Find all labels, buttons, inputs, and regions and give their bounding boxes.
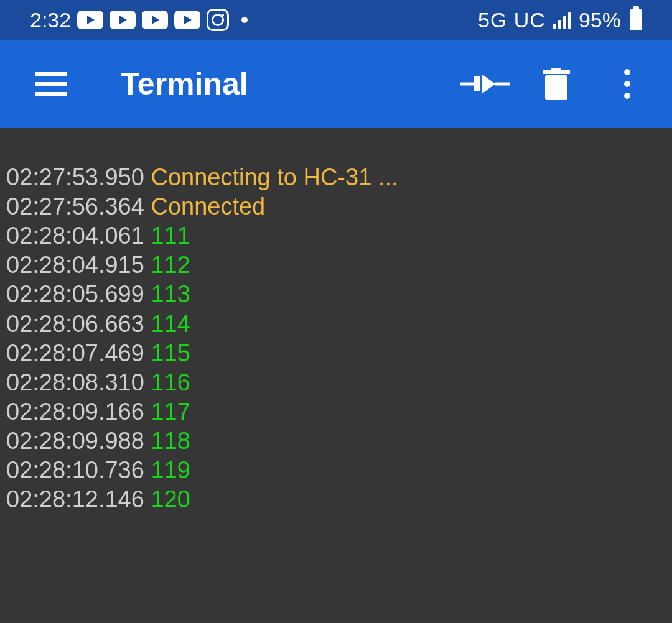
status-bar: 2:32 5G UC 95% <box>0 0 672 40</box>
log-status-message: Connected <box>151 193 265 219</box>
log-timestamp: 02:28:08.310 <box>6 369 151 395</box>
youtube-icon <box>174 11 200 29</box>
svg-rect-8 <box>545 75 567 100</box>
trash-icon <box>543 68 570 100</box>
status-right: 5G UC 95% <box>478 8 642 32</box>
log-timestamp: 02:27:53.950 <box>6 164 151 190</box>
log-data-message: 116 <box>151 369 190 395</box>
log-timestamp: 02:28:12.146 <box>6 486 151 512</box>
svg-marker-6 <box>482 74 495 94</box>
svg-marker-3 <box>184 16 192 24</box>
log-line: 02:28:04.061 111 <box>6 221 666 251</box>
log-timestamp: 02:28:04.915 <box>6 252 151 278</box>
overflow-dot-icon <box>241 17 248 23</box>
log-data-message: 114 <box>151 311 190 337</box>
svg-rect-5 <box>474 76 480 91</box>
log-line: 02:27:53.950 Connecting to HC-31 ... <box>6 163 666 192</box>
log-timestamp: 02:28:05.699 <box>6 281 151 307</box>
log-data-message: 119 <box>151 457 190 483</box>
instagram-icon <box>207 9 229 31</box>
youtube-icon <box>110 11 136 29</box>
delete-button[interactable] <box>530 58 582 110</box>
svg-marker-2 <box>152 16 159 24</box>
more-vert-icon <box>624 69 630 99</box>
terminal-output[interactable]: 02:27:53.950 Connecting to HC-31 ...02:2… <box>0 128 672 520</box>
log-timestamp: 02:28:07.469 <box>6 340 151 366</box>
log-line: 02:28:09.988 118 <box>6 427 666 456</box>
log-data-message: 118 <box>151 428 190 454</box>
log-line: 02:28:04.915 112 <box>6 251 666 280</box>
app-bar-actions <box>459 58 653 110</box>
log-line: 02:27:56.364 Connected <box>6 192 666 221</box>
log-data-message: 120 <box>151 486 190 512</box>
signal-icon <box>553 11 571 29</box>
log-timestamp: 02:28:09.166 <box>6 399 151 425</box>
log-line: 02:28:08.310 116 <box>6 368 666 397</box>
app-bar: Terminal <box>0 40 672 128</box>
connect-button[interactable] <box>459 58 511 110</box>
menu-button[interactable] <box>25 58 77 110</box>
battery-percent: 95% <box>579 8 621 32</box>
log-timestamp: 02:27:56.364 <box>6 193 151 219</box>
more-button[interactable] <box>601 58 653 110</box>
log-line: 02:28:06.663 114 <box>6 310 666 339</box>
log-line: 02:28:12.146 120 <box>6 485 666 514</box>
log-data-message: 113 <box>151 281 190 307</box>
log-status-message: Connecting to HC-31 ... <box>151 164 398 190</box>
battery-icon <box>630 9 642 30</box>
log-data-message: 117 <box>151 399 190 425</box>
network-label: 5G UC <box>478 8 546 32</box>
hamburger-icon <box>35 72 67 96</box>
svg-rect-10 <box>551 68 561 72</box>
status-left: 2:32 <box>30 8 248 32</box>
page-title: Terminal <box>121 66 459 102</box>
log-data-message: 111 <box>151 223 190 249</box>
clock-text: 2:32 <box>30 8 71 32</box>
log-line: 02:28:07.469 115 <box>6 339 666 368</box>
connect-icon <box>460 72 510 96</box>
log-timestamp: 02:28:09.988 <box>6 428 151 454</box>
svg-marker-1 <box>119 16 127 24</box>
log-data-message: 115 <box>151 340 190 366</box>
log-timestamp: 02:28:06.663 <box>6 311 151 337</box>
log-timestamp: 02:28:04.061 <box>6 223 151 249</box>
svg-marker-0 <box>87 16 95 24</box>
youtube-icon <box>142 11 168 29</box>
log-line: 02:28:09.166 117 <box>6 397 666 427</box>
log-line: 02:28:10.736 119 <box>6 456 666 485</box>
youtube-icon <box>77 11 103 29</box>
log-line: 02:28:05.699 113 <box>6 280 666 309</box>
log-data-message: 112 <box>151 252 190 278</box>
log-timestamp: 02:28:10.736 <box>6 457 151 483</box>
